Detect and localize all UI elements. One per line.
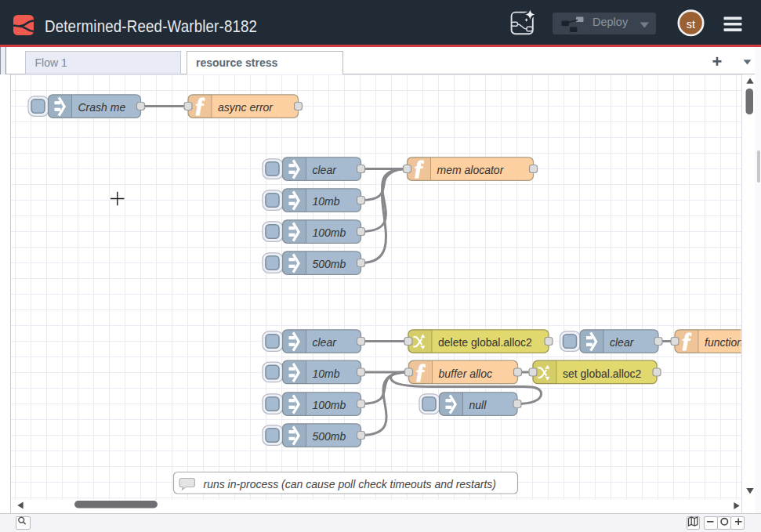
svg-text:set global.alloc2: set global.alloc2 [563,367,642,380]
svg-text:100mb: 100mb [313,399,346,411]
svg-text:Crash me: Crash me [78,101,126,114]
svg-text:null: null [469,399,487,411]
svg-text:runs in-process (can cause pol: runs in-process (can cause poll check ti… [204,478,497,490]
svg-text:500mb: 500mb [313,430,346,443]
svg-text:delete global.alloc2: delete global.alloc2 [438,336,532,349]
svg-text:ƒ: ƒ [415,360,426,383]
svg-text:ƒ: ƒ [414,156,425,179]
svg-text:st: st [687,18,695,31]
svg-text:10mb: 10mb [313,367,340,380]
svg-text:ƒ: ƒ [681,328,692,352]
svg-text:buffer alloc: buffer alloc [439,367,492,380]
svg-text:mem alocator: mem alocator [437,164,505,176]
svg-text:clear: clear [313,164,338,176]
svg-text:ƒ: ƒ [194,93,205,117]
svg-text:100mb: 100mb [313,226,346,239]
svg-text:500mb: 500mb [313,258,346,270]
svg-text:function: function [705,336,743,349]
svg-text:10mb: 10mb [313,195,340,208]
svg-text:async error: async error [218,101,274,114]
svg-text:clear: clear [313,336,338,349]
svg-text:clear: clear [610,336,635,349]
